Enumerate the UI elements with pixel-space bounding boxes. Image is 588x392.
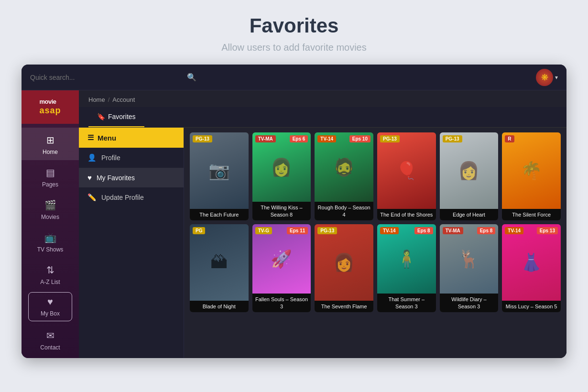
- movie-title: Blade of Night: [190, 301, 249, 312]
- account-menu-item-update[interactable]: ✏️ Update Profile: [79, 187, 184, 207]
- mybox-icon: ♥: [47, 296, 53, 307]
- movie-title: The Silent Force: [502, 209, 561, 220]
- tab-favorites[interactable]: 🔖 Favorites: [88, 107, 144, 127]
- sidebar-label-tvshows: TV Shows: [37, 246, 64, 253]
- movie-title: Rough Body – Season 4: [315, 202, 373, 220]
- favorites-label: My Favorites: [97, 174, 135, 182]
- sidebar-item-azlist[interactable]: ⇅ A-Z List: [22, 258, 79, 290]
- home-icon: ⊞: [46, 134, 54, 146]
- search-bar: 🔍: [30, 73, 536, 82]
- breadcrumb-home[interactable]: Home: [88, 96, 105, 103]
- rating-badge: PG-13: [380, 135, 400, 142]
- eps-badge: Eps 6: [290, 135, 308, 142]
- poster-figure: 🧍: [377, 224, 436, 294]
- tvshows-icon: 📺: [44, 232, 56, 243]
- eps-badge: Eps 8: [477, 227, 496, 234]
- poster-figure: 👗: [502, 224, 561, 301]
- poster-figure: 🦌: [440, 224, 499, 294]
- movie-card[interactable]: 🚀TV-GEps 11Fallen Souls – Season 3: [252, 224, 311, 312]
- movie-card[interactable]: 🦌TV-MAEps 8Wildlife Diary – Season 3: [440, 224, 499, 312]
- search-input[interactable]: [30, 74, 183, 81]
- movie-title: Fallen Souls – Season 3: [252, 294, 311, 312]
- rating-badge: TV-G: [255, 227, 272, 234]
- logo-area: movie asap: [22, 90, 79, 124]
- movie-card[interactable]: 🌴RThe Silent Force: [502, 132, 561, 220]
- movie-card[interactable]: 🏔PGBlade of Night: [190, 224, 249, 312]
- movie-card[interactable]: 👗TV-14Eps 13Miss Lucy – Season 5: [502, 224, 561, 312]
- sidebar-label-home: Home: [43, 149, 58, 155]
- breadcrumb-separator: /: [108, 96, 110, 103]
- sidebar-item-mybox[interactable]: ♥ My Box: [28, 292, 72, 321]
- account-menu-item-profile[interactable]: 👤 Profile: [79, 148, 184, 168]
- movie-poster: 🚀TV-GEps 11: [252, 224, 311, 294]
- movie-poster: 👩TV-MAEps 6: [252, 132, 311, 202]
- movie-title: The Seventh Flame: [315, 301, 373, 312]
- movies-area: 📷PG-13The Each Future👩TV-MAEps 6The Will…: [184, 128, 566, 358]
- poster-figure: 👩: [440, 132, 499, 209]
- sidebar-item-contact[interactable]: ✉ Contact: [22, 323, 79, 356]
- movie-card[interactable]: 👩PG-13Edge of Heart: [440, 132, 499, 220]
- sidebar-item-movies[interactable]: 🎬 Movies: [22, 193, 79, 225]
- poster-figure: 👩: [252, 132, 311, 202]
- breadcrumb: Home / Account: [79, 90, 566, 107]
- eps-badge: Eps 8: [414, 227, 433, 234]
- movie-title: The Each Future: [190, 209, 249, 220]
- logo-text-movie: movie: [39, 98, 61, 105]
- eps-badge: Eps 11: [287, 227, 308, 234]
- movie-card[interactable]: 👩PG-13The Seventh Flame: [315, 224, 373, 312]
- movie-card[interactable]: 👩TV-MAEps 6The Willing Kiss – Season 8: [252, 132, 311, 220]
- rating-badge: PG-13: [443, 135, 462, 142]
- movie-card[interactable]: 📷PG-13The Each Future: [190, 132, 249, 220]
- tab-favorites-label: Favorites: [108, 113, 136, 120]
- sidebar-label-movies: Movies: [41, 214, 59, 220]
- app-body: movie asap ⊞ Home ▤ Pages 🎬 Movies: [22, 90, 566, 358]
- movie-poster: 🧔TV-14Eps 10: [315, 132, 373, 202]
- account-sidebar: ☰ Menu 👤 Profile ♥ My Favorites ✏️ Updat…: [79, 128, 184, 358]
- movie-card[interactable]: 🧔TV-14Eps 10Rough Body – Season 4: [315, 132, 373, 220]
- sidebar-label-pages: Pages: [42, 181, 58, 188]
- menu-header-label: Menu: [98, 134, 116, 142]
- movie-poster: 🏔PG: [190, 224, 249, 301]
- sidebar-item-tvshows[interactable]: 📺 TV Shows: [22, 225, 79, 258]
- page-subtitle: Allow users to add favorite movies: [221, 42, 366, 53]
- movie-card[interactable]: 🧍TV-14Eps 8That Summer – Season 3: [377, 224, 436, 312]
- poster-figure: 📷: [190, 132, 249, 209]
- rating-badge: TV-14: [505, 227, 523, 234]
- account-menu-header[interactable]: ☰ Menu: [79, 128, 184, 148]
- poster-figure: 🚀: [252, 224, 311, 294]
- chevron-down-icon[interactable]: ▾: [555, 74, 558, 81]
- breadcrumb-current: Account: [112, 96, 135, 103]
- update-label: Update Profile: [101, 194, 144, 201]
- movie-poster: 👩PG-13: [440, 132, 499, 209]
- movie-poster: 👗TV-14Eps 13: [502, 224, 561, 301]
- account-menu-item-favorites[interactable]: ♥ My Favorites: [79, 168, 184, 187]
- logo-text-asap: asap: [39, 106, 61, 116]
- poster-figure: 🧔: [315, 132, 373, 202]
- search-icon: 🔍: [187, 73, 196, 82]
- sidebar: movie asap ⊞ Home ▤ Pages 🎬 Movies: [22, 90, 79, 358]
- profile-icon: 👤: [87, 153, 97, 162]
- poster-figure: 🎈: [377, 132, 436, 209]
- rating-badge: PG-13: [193, 135, 212, 142]
- rating-badge: TV-MA: [443, 227, 463, 234]
- pages-icon: ▤: [46, 167, 55, 178]
- movie-title: The End of the Shores: [377, 209, 436, 220]
- profile-label: Profile: [101, 154, 120, 162]
- sidebar-item-home[interactable]: ⊞ Home: [22, 128, 79, 160]
- movie-title: Miss Lucy – Season 5: [502, 301, 561, 312]
- user-avatar[interactable]: ❋: [536, 69, 553, 86]
- movie-title: The Willing Kiss – Season 8: [252, 202, 311, 220]
- movie-card[interactable]: 🎈PG-13The End of the Shores: [377, 132, 436, 220]
- sidebar-item-pages[interactable]: ▤ Pages: [22, 160, 79, 193]
- update-icon: ✏️: [87, 193, 97, 202]
- azlist-icon: ⇅: [46, 264, 54, 276]
- sidebar-label-mybox: My Box: [41, 310, 60, 317]
- contact-icon: ✉: [46, 330, 54, 341]
- movies-grid: 📷PG-13The Each Future👩TV-MAEps 6The Will…: [190, 132, 561, 312]
- favorites-icon: ♥: [87, 174, 92, 182]
- rating-badge: TV-MA: [255, 135, 276, 142]
- movie-poster: 🌴R: [502, 132, 561, 209]
- sidebar-nav: ⊞ Home ▤ Pages 🎬 Movies 📺 TV Shows ⇅: [22, 124, 79, 356]
- rating-badge: TV-14: [317, 135, 336, 142]
- rating-badge: TV-14: [380, 227, 399, 234]
